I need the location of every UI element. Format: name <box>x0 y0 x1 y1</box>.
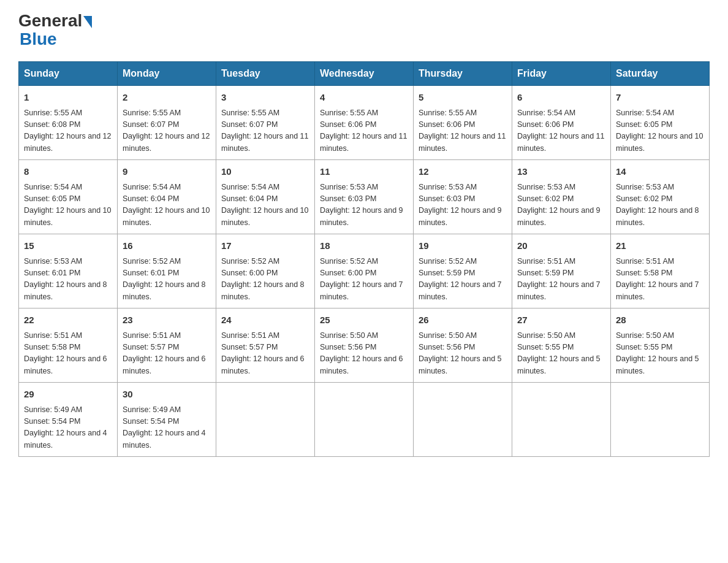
day-info: Sunrise: 5:53 AMSunset: 6:03 PMDaylight:… <box>320 182 408 229</box>
calendar-week-1: 1Sunrise: 5:55 AMSunset: 6:08 PMDaylight… <box>19 86 710 160</box>
calendar-cell <box>315 383 414 457</box>
day-number: 2 <box>123 91 211 105</box>
day-info: Sunrise: 5:55 AMSunset: 6:06 PMDaylight:… <box>320 107 408 155</box>
day-number: 19 <box>419 239 507 253</box>
day-info: Sunrise: 5:51 AMSunset: 5:58 PMDaylight:… <box>24 330 112 378</box>
day-info: Sunrise: 5:51 AMSunset: 5:59 PMDaylight:… <box>517 256 605 304</box>
calendar-cell: 21Sunrise: 5:51 AMSunset: 5:58 PMDayligh… <box>611 234 710 308</box>
calendar-cell <box>414 383 512 457</box>
day-number: 18 <box>320 239 408 253</box>
day-info: Sunrise: 5:55 AMSunset: 6:08 PMDaylight:… <box>24 107 112 155</box>
day-info: Sunrise: 5:50 AMSunset: 5:55 PMDaylight:… <box>517 330 605 378</box>
day-info: Sunrise: 5:54 AMSunset: 6:06 PMDaylight:… <box>517 107 605 155</box>
calendar-header-monday: Monday <box>118 62 216 86</box>
day-number: 5 <box>419 91 507 105</box>
logo-text-blue: Blue <box>20 29 92 49</box>
calendar-cell: 23Sunrise: 5:51 AMSunset: 5:57 PMDayligh… <box>118 308 216 383</box>
calendar-week-2: 8Sunrise: 5:54 AMSunset: 6:05 PMDaylight… <box>19 160 710 234</box>
logo-text-general: General <box>18 12 82 29</box>
day-info: Sunrise: 5:54 AMSunset: 6:04 PMDaylight:… <box>221 182 309 229</box>
day-number: 29 <box>24 388 112 402</box>
day-info: Sunrise: 5:52 AMSunset: 6:00 PMDaylight:… <box>221 256 309 304</box>
day-number: 13 <box>517 165 605 179</box>
day-info: Sunrise: 5:52 AMSunset: 5:59 PMDaylight:… <box>419 256 507 304</box>
calendar-cell: 16Sunrise: 5:52 AMSunset: 6:01 PMDayligh… <box>118 234 216 308</box>
day-number: 16 <box>123 239 211 253</box>
calendar-cell: 3Sunrise: 5:55 AMSunset: 6:07 PMDaylight… <box>216 86 315 160</box>
day-number: 6 <box>517 91 605 105</box>
day-info: Sunrise: 5:49 AMSunset: 5:54 PMDaylight:… <box>24 404 112 452</box>
calendar-cell: 26Sunrise: 5:50 AMSunset: 5:56 PMDayligh… <box>414 308 512 383</box>
day-number: 11 <box>320 165 408 179</box>
day-number: 12 <box>419 165 507 179</box>
calendar-cell: 8Sunrise: 5:54 AMSunset: 6:05 PMDaylight… <box>19 160 118 234</box>
day-info: Sunrise: 5:51 AMSunset: 5:57 PMDaylight:… <box>123 330 211 378</box>
day-number: 14 <box>616 165 704 179</box>
calendar-week-5: 29Sunrise: 5:49 AMSunset: 5:54 PMDayligh… <box>19 383 710 457</box>
day-info: Sunrise: 5:54 AMSunset: 6:05 PMDaylight:… <box>24 182 112 229</box>
day-number: 23 <box>123 313 211 327</box>
calendar-week-4: 22Sunrise: 5:51 AMSunset: 5:58 PMDayligh… <box>19 308 710 383</box>
day-number: 27 <box>517 313 605 327</box>
calendar-cell: 30Sunrise: 5:49 AMSunset: 5:54 PMDayligh… <box>118 383 216 457</box>
day-number: 20 <box>517 239 605 253</box>
calendar-cell: 29Sunrise: 5:49 AMSunset: 5:54 PMDayligh… <box>19 383 118 457</box>
day-info: Sunrise: 5:53 AMSunset: 6:03 PMDaylight:… <box>419 182 507 229</box>
page-header: General Blue <box>18 12 710 49</box>
day-number: 21 <box>616 239 704 253</box>
calendar-cell: 12Sunrise: 5:53 AMSunset: 6:03 PMDayligh… <box>414 160 512 234</box>
calendar-cell: 14Sunrise: 5:53 AMSunset: 6:02 PMDayligh… <box>611 160 710 234</box>
calendar-header-saturday: Saturday <box>611 62 710 86</box>
logo: General Blue <box>18 12 92 49</box>
calendar-cell: 6Sunrise: 5:54 AMSunset: 6:06 PMDaylight… <box>512 86 611 160</box>
day-number: 1 <box>24 91 112 105</box>
day-number: 9 <box>123 165 211 179</box>
calendar-cell: 1Sunrise: 5:55 AMSunset: 6:08 PMDaylight… <box>19 86 118 160</box>
day-info: Sunrise: 5:49 AMSunset: 5:54 PMDaylight:… <box>123 404 211 452</box>
day-info: Sunrise: 5:52 AMSunset: 6:00 PMDaylight:… <box>320 256 408 304</box>
day-info: Sunrise: 5:51 AMSunset: 5:57 PMDaylight:… <box>221 330 309 378</box>
day-number: 22 <box>24 313 112 327</box>
calendar-cell <box>611 383 710 457</box>
calendar-cell: 15Sunrise: 5:53 AMSunset: 6:01 PMDayligh… <box>19 234 118 308</box>
day-info: Sunrise: 5:50 AMSunset: 5:55 PMDaylight:… <box>616 330 704 378</box>
calendar-cell: 24Sunrise: 5:51 AMSunset: 5:57 PMDayligh… <box>216 308 315 383</box>
calendar-cell: 7Sunrise: 5:54 AMSunset: 6:05 PMDaylight… <box>611 86 710 160</box>
day-number: 28 <box>616 313 704 327</box>
day-info: Sunrise: 5:55 AMSunset: 6:07 PMDaylight:… <box>221 107 309 155</box>
calendar-cell: 19Sunrise: 5:52 AMSunset: 5:59 PMDayligh… <box>414 234 512 308</box>
day-info: Sunrise: 5:51 AMSunset: 5:58 PMDaylight:… <box>616 256 704 304</box>
calendar-header-tuesday: Tuesday <box>216 62 315 86</box>
calendar-cell: 22Sunrise: 5:51 AMSunset: 5:58 PMDayligh… <box>19 308 118 383</box>
calendar-cell: 25Sunrise: 5:50 AMSunset: 5:56 PMDayligh… <box>315 308 414 383</box>
day-number: 3 <box>221 91 309 105</box>
calendar-cell: 17Sunrise: 5:52 AMSunset: 6:00 PMDayligh… <box>216 234 315 308</box>
calendar-header-sunday: Sunday <box>19 62 118 86</box>
calendar-cell: 4Sunrise: 5:55 AMSunset: 6:06 PMDaylight… <box>315 86 414 160</box>
day-info: Sunrise: 5:55 AMSunset: 6:07 PMDaylight:… <box>123 107 211 155</box>
calendar-cell: 10Sunrise: 5:54 AMSunset: 6:04 PMDayligh… <box>216 160 315 234</box>
logo-triangle-icon <box>83 16 92 28</box>
calendar-cell: 28Sunrise: 5:50 AMSunset: 5:55 PMDayligh… <box>611 308 710 383</box>
calendar-cell: 2Sunrise: 5:55 AMSunset: 6:07 PMDaylight… <box>118 86 216 160</box>
calendar-cell: 11Sunrise: 5:53 AMSunset: 6:03 PMDayligh… <box>315 160 414 234</box>
day-number: 17 <box>221 239 309 253</box>
day-number: 15 <box>24 239 112 253</box>
day-info: Sunrise: 5:55 AMSunset: 6:06 PMDaylight:… <box>419 107 507 155</box>
calendar-header-friday: Friday <box>512 62 611 86</box>
day-info: Sunrise: 5:53 AMSunset: 6:02 PMDaylight:… <box>517 182 605 229</box>
day-number: 7 <box>616 91 704 105</box>
calendar-header-thursday: Thursday <box>414 62 512 86</box>
day-number: 26 <box>419 313 507 327</box>
calendar-cell <box>512 383 611 457</box>
day-info: Sunrise: 5:54 AMSunset: 6:05 PMDaylight:… <box>616 107 704 155</box>
day-number: 25 <box>320 313 408 327</box>
day-info: Sunrise: 5:53 AMSunset: 6:01 PMDaylight:… <box>24 256 112 304</box>
calendar-table: SundayMondayTuesdayWednesdayThursdayFrid… <box>18 61 710 457</box>
calendar-cell: 13Sunrise: 5:53 AMSunset: 6:02 PMDayligh… <box>512 160 611 234</box>
day-info: Sunrise: 5:53 AMSunset: 6:02 PMDaylight:… <box>616 182 704 229</box>
day-number: 30 <box>123 388 211 402</box>
day-number: 10 <box>221 165 309 179</box>
day-info: Sunrise: 5:50 AMSunset: 5:56 PMDaylight:… <box>419 330 507 378</box>
day-info: Sunrise: 5:52 AMSunset: 6:01 PMDaylight:… <box>123 256 211 304</box>
